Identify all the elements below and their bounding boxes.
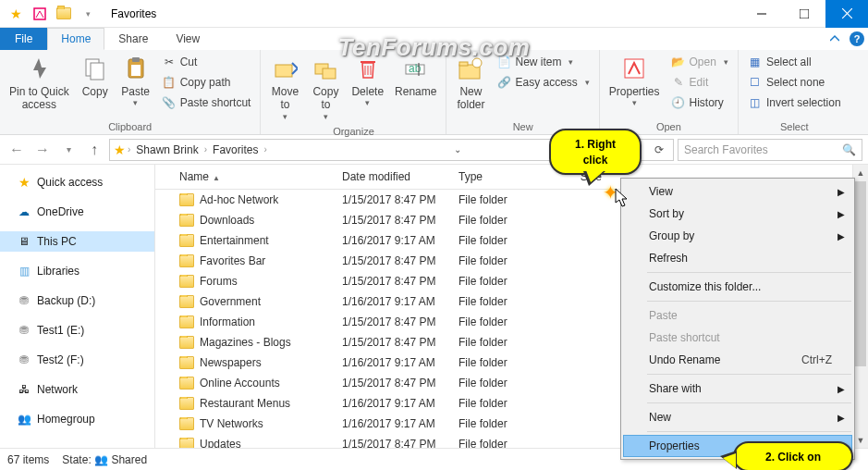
navigation-pane: ★Quick access ☁OneDrive 🖥This PC ▥Librar… [0,165,155,448]
folder-icon [179,438,194,448]
search-icon[interactable]: 🔍 [842,143,856,156]
paste-shortcut-button[interactable]: 📎Paste shortcut [156,93,257,113]
close-button[interactable] [825,0,868,28]
ctx-paste-shortcut: Paste shortcut [623,327,852,349]
ctx-refresh[interactable]: Refresh [623,247,852,269]
refresh-button[interactable]: ⟳ [649,143,669,156]
drive-icon: ⛃ [17,352,31,367]
file-name: Magazines - Blogs [200,336,291,349]
edit-button[interactable]: ✎Edit [666,72,734,93]
search-input[interactable]: Search Favorites 🔍 [678,139,862,161]
paste-button[interactable]: Paste ▾ [116,52,156,110]
pin-to-quick-access-button[interactable]: Pin to Quick access [4,52,75,114]
ctx-undo-rename[interactable]: Undo RenameCtrl+Z [623,349,852,371]
sidebar-network[interactable]: 🖧Network [0,379,154,400]
chevron-right-icon[interactable]: › [263,144,266,155]
tab-view[interactable]: View [162,28,214,50]
ctx-group-by[interactable]: Group by▶ [623,225,852,247]
scroll-thumb[interactable] [855,181,866,366]
copy-path-button[interactable]: 📋Copy path [156,72,257,93]
file-name: Information [200,315,255,328]
properties-button[interactable]: Properties▾ [604,52,666,110]
ctx-customize-folder[interactable]: Customize this folder... [623,276,852,298]
new-folder-button[interactable]: New folder [450,52,491,114]
back-button[interactable]: ← [6,139,28,161]
tab-home[interactable]: Home [47,28,104,50]
ribbon-expand-icon[interactable] [824,28,846,50]
qat-dropdown-icon[interactable]: ▾ [78,4,98,24]
column-name[interactable]: Name▲ [172,165,335,189]
separator [647,374,851,375]
svg-rect-6 [91,63,104,80]
tab-file[interactable]: File [0,28,47,50]
qat-folder-icon[interactable] [54,4,74,24]
svg-rect-20 [459,62,468,66]
delete-button[interactable]: Delete▾ [346,52,389,110]
sidebar-onedrive[interactable]: ☁OneDrive [0,202,154,222]
help-button[interactable]: ? [846,28,868,50]
select-all-button[interactable]: ▦Select all [742,52,847,72]
move-to-button[interactable]: Move to▾ [264,52,305,124]
sidebar-libraries[interactable]: ▥Libraries [0,261,154,281]
address-bar-row: ← → ▾ ↑ ★ › Shawn Brink › Favorites › ⌄ … [0,135,868,165]
sidebar-quick-access[interactable]: ★Quick access [0,172,154,192]
sidebar-this-pc[interactable]: 🖥This PC [0,231,154,252]
file-name: Entertainment [200,234,269,247]
sidebar-homegroup[interactable]: 👥Homegroup [0,409,154,429]
sidebar-test2-drive[interactable]: ⛃Test2 (F:) [0,350,154,370]
ctx-sort-by[interactable]: Sort by▶ [623,203,852,225]
breadcrumb-seg-1[interactable]: Shawn Brink [132,143,202,156]
folder-icon [179,193,194,206]
forward-button[interactable]: → [31,139,54,161]
file-type: File folder [451,356,545,369]
chevron-right-icon[interactable]: › [128,144,130,155]
recent-locations-button[interactable]: ▾ [57,139,79,161]
address-dropdown-icon[interactable]: ⌄ [448,144,467,155]
sort-asc-icon: ▲ [213,174,220,182]
ctx-new[interactable]: New▶ [623,406,852,428]
file-date: 1/16/2017 9:17 AM [335,417,451,430]
file-name: TV Networks [200,417,263,430]
column-type[interactable]: Type [451,165,545,189]
minimize-button[interactable] [740,0,783,28]
open-button[interactable]: 📂Open▾ [666,52,734,72]
file-type: File folder [451,254,545,267]
network-icon: 🖧 [17,382,31,397]
sidebar-test1-drive[interactable]: ⛃Test1 (E:) [0,320,154,340]
chevron-right-icon[interactable]: › [204,144,207,155]
ribbon: Pin to Quick access Copy Paste ▾ ✂Cut 📋C… [0,50,868,135]
group-clipboard-label: Clipboard [4,119,256,134]
copy-button[interactable]: Copy [75,52,116,100]
scroll-down-icon[interactable]: ▼ [853,432,868,448]
favorites-icon: ★ [6,4,26,24]
easy-access-button[interactable]: 🔗Easy access▾ [491,72,594,93]
maximize-button[interactable] [783,0,825,28]
svg-text:ab: ab [409,62,422,75]
file-type: File folder [451,214,545,227]
file-date: 1/15/2017 8:47 PM [335,275,451,288]
svg-rect-2 [800,9,809,19]
qat-properties-icon[interactable] [30,4,50,24]
svg-rect-9 [131,65,141,76]
cut-button[interactable]: ✂Cut [156,52,257,72]
scroll-up-icon[interactable]: ▲ [853,165,868,180]
invert-selection-button[interactable]: ◫Invert selection [742,93,847,113]
ctx-share-with[interactable]: Share with▶ [623,377,852,400]
item-count: 67 items [7,453,49,466]
ctx-view[interactable]: View▶ [623,180,852,203]
svg-point-21 [472,58,482,68]
copy-to-button[interactable]: Copy to▾ [305,52,346,124]
svg-rect-10 [275,65,292,77]
rename-button[interactable]: ab Rename [389,52,442,100]
tab-share[interactable]: Share [104,28,162,50]
new-item-button[interactable]: 📄New item▾ [491,52,594,72]
ribbon-tabs: File Home Share View ? [0,28,868,50]
up-button[interactable]: ↑ [83,139,105,161]
column-date[interactable]: Date modified [335,165,451,189]
context-menu: View▶ Sort by▶ Group by▶ Refresh Customi… [620,178,855,460]
sidebar-backup-drive[interactable]: ⛃Backup (D:) [0,291,154,311]
history-button[interactable]: 🕘History [666,93,734,113]
annotation-step-1: 1. Right click [549,129,642,175]
breadcrumb-seg-2[interactable]: Favorites [209,143,262,156]
select-none-button[interactable]: ☐Select none [742,72,847,93]
